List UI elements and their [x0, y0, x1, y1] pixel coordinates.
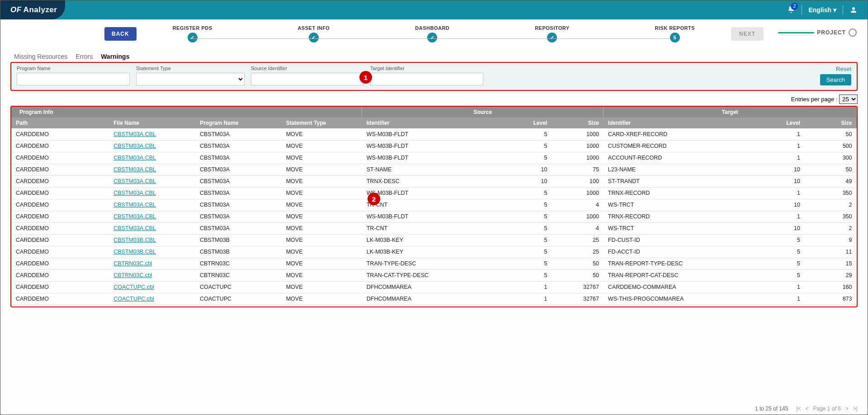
- cell-file[interactable]: CBSTM03A.CBL: [109, 152, 195, 164]
- cell-tid: FD-ACCT-ID: [604, 246, 764, 258]
- table-row[interactable]: CARDDEMOCBTRN03C.cblCBTRN03CMOVETRAN-CAT…: [11, 269, 857, 281]
- cell-file[interactable]: CBSTM03A.CBL: [109, 187, 195, 199]
- cell-sid: ST-NAME: [362, 164, 512, 175]
- table-row[interactable]: CARDDEMOCBSTM03A.CBLCBSTM03AMOVETR-CNT54…: [11, 222, 857, 234]
- language-selector[interactable]: English ▾: [808, 6, 836, 14]
- pagination: 1 to 25 of 145 |< < Page 1 of 6 > >|: [755, 406, 858, 412]
- cell-path: CARDDEMO: [11, 128, 109, 140]
- cell-file[interactable]: CBSTM03A.CBL: [109, 128, 195, 140]
- cell-tsize: 500: [805, 140, 857, 152]
- cell-file[interactable]: CBSTM03B.CBL: [109, 246, 195, 258]
- cell-tsize: 29: [805, 269, 857, 281]
- table-row[interactable]: CARDDEMOCBSTM03A.CBLCBSTM03AMOVEWS-M03B-…: [11, 211, 857, 222]
- table-row[interactable]: CARDDEMOCBSTM03A.CBLCBSTM03AMOVEWS-M03B-…: [11, 140, 857, 152]
- tab-missing-resources[interactable]: Missing Resources: [14, 53, 67, 60]
- cell-slevel: 5: [511, 258, 552, 269]
- cell-tid: CUSTOMER-RECORD: [604, 140, 764, 152]
- col-ssize[interactable]: Size: [552, 118, 603, 128]
- cell-slevel: 1: [511, 281, 552, 293]
- check-icon: ✓: [547, 33, 557, 42]
- page-indicator: Page 1 of 6: [813, 406, 840, 412]
- cell-tsize: 15: [805, 258, 857, 269]
- target-identifier-input[interactable]: [370, 73, 483, 85]
- step-asset-info[interactable]: ASSET INFO✓: [297, 25, 330, 42]
- cell-tid: WS-TRCT: [604, 199, 764, 211]
- cell-tlevel: 10: [764, 175, 805, 187]
- page-prev-icon[interactable]: <: [805, 406, 808, 412]
- source-identifier-input[interactable]: [251, 73, 364, 85]
- cell-tsize: 2: [805, 222, 857, 234]
- search-button[interactable]: Search: [820, 74, 851, 85]
- cell-tsize: 9: [805, 234, 857, 246]
- back-button[interactable]: BACK: [104, 27, 137, 41]
- col-program[interactable]: Program Name: [195, 118, 282, 128]
- col-tid[interactable]: Identifier: [604, 118, 764, 128]
- cell-tid: TRAN-REPORT-CAT-DESC: [604, 269, 764, 281]
- cell-ssize: 32767: [552, 281, 603, 293]
- notification-count: 2: [791, 3, 798, 10]
- cell-file[interactable]: CBSTM03A.CBL: [109, 222, 195, 234]
- cell-tsize: 350: [805, 211, 857, 222]
- col-tlevel[interactable]: Level: [764, 118, 805, 128]
- statement-type-select[interactable]: [136, 73, 245, 85]
- table-row[interactable]: CARDDEMOCBSTM03A.CBLCBSTM03AMOVETRNX-DES…: [11, 175, 857, 187]
- table-row[interactable]: CARDDEMOCBSTM03A.CBLCBSTM03AMOVETR-CNT54…: [11, 199, 857, 211]
- cell-ssize: 4: [552, 199, 603, 211]
- table-row[interactable]: CARDDEMOCBSTM03A.CBLCBSTM03AMOVEST-NAME1…: [11, 164, 857, 175]
- cell-ssize: 50: [552, 258, 603, 269]
- tab-warnings[interactable]: Warnings: [101, 53, 129, 60]
- table-row[interactable]: CARDDEMOCBSTM03B.CBLCBSTM03BMOVELK-M03B-…: [11, 234, 857, 246]
- step-repository[interactable]: REPOSITORY✓: [535, 25, 570, 42]
- table-row[interactable]: CARDDEMOCBSTM03A.CBLCBSTM03AMOVEWS-M03B-…: [11, 128, 857, 140]
- cell-file[interactable]: COACTUPC.cbl: [109, 281, 195, 293]
- cell-file[interactable]: CBSTM03B.CBL: [109, 234, 195, 246]
- cell-file[interactable]: CBSTM03A.CBL: [109, 175, 195, 187]
- cell-ssize: 100: [552, 175, 603, 187]
- project-indicator[interactable]: PROJECT: [778, 28, 857, 37]
- step-risk-reports[interactable]: RISK REPORTS5: [655, 25, 695, 42]
- table-row[interactable]: CARDDEMOCBSTM03B.CBLCBSTM03BMOVELK-M03B-…: [11, 246, 857, 258]
- cell-tlevel: 10: [764, 199, 805, 211]
- cell-stype: MOVE: [282, 222, 362, 234]
- reset-link[interactable]: Reset: [820, 66, 851, 72]
- col-slevel[interactable]: Level: [511, 118, 552, 128]
- program-name-label: Program Name: [17, 66, 130, 71]
- cell-file[interactable]: CBSTM03A.CBL: [109, 164, 195, 175]
- col-tsize[interactable]: Size: [805, 118, 857, 128]
- user-icon[interactable]: [849, 6, 858, 14]
- cell-file[interactable]: COACTUPC.cbl: [109, 293, 195, 305]
- cell-file[interactable]: CBSTM03A.CBL: [109, 199, 195, 211]
- cell-file[interactable]: CBSTM03A.CBL: [109, 211, 195, 222]
- entries-per-page: Entries per page : 25: [0, 91, 868, 106]
- cell-path: CARDDEMO: [11, 152, 109, 164]
- col-sid[interactable]: Identifier: [362, 118, 512, 128]
- notifications-button[interactable]: 2: [787, 5, 795, 15]
- cell-sid: WS-M03B-FLDT: [362, 187, 512, 199]
- cell-file[interactable]: CBTRN03C.cbl: [109, 269, 195, 281]
- cell-slevel: 5: [511, 269, 552, 281]
- table-row[interactable]: CARDDEMOCBSTM03A.CBLCBSTM03AMOVEWS-M03B-…: [11, 152, 857, 164]
- col-stype[interactable]: Statement Type: [282, 118, 362, 128]
- page-last-icon[interactable]: >|: [853, 406, 858, 412]
- col-path[interactable]: Path: [11, 118, 109, 128]
- tab-errors[interactable]: Errors: [75, 53, 93, 60]
- cell-stype: MOVE: [282, 164, 362, 175]
- statement-type-label: Statement Type: [136, 66, 245, 71]
- table-row[interactable]: CARDDEMOCOACTUPC.cblCOACTUPCMOVEDFHCOMMA…: [11, 281, 857, 293]
- cell-file[interactable]: CBTRN03C.cbl: [109, 258, 195, 269]
- step-dashboard[interactable]: DASHBOARD✓: [415, 25, 449, 42]
- table-row[interactable]: CARDDEMOCBTRN03C.cblCBTRN03CMOVETRAN-TYP…: [11, 258, 857, 269]
- page-first-icon[interactable]: |<: [796, 406, 801, 412]
- step-register-pds[interactable]: REGISTER PDS✓: [173, 25, 212, 42]
- cell-ssize: 1000: [552, 152, 603, 164]
- cell-program: CBSTM03A: [195, 222, 282, 234]
- table-row[interactable]: CARDDEMOCBSTM03A.CBLCBSTM03AMOVEWS-M03B-…: [11, 187, 857, 199]
- entries-per-page-select[interactable]: 25: [839, 94, 858, 104]
- table-row[interactable]: CARDDEMOCOACTUPC.cblCOACTUPCMOVEDFHCOMMA…: [11, 293, 857, 305]
- program-name-input[interactable]: [17, 73, 130, 85]
- cell-tid: TRAN-REPORT-TYPE-DESC: [604, 258, 764, 269]
- page-next-icon[interactable]: >: [845, 406, 849, 412]
- cell-slevel: 5: [511, 211, 552, 222]
- col-file[interactable]: File Name: [109, 118, 195, 128]
- cell-file[interactable]: CBSTM03A.CBL: [109, 140, 195, 152]
